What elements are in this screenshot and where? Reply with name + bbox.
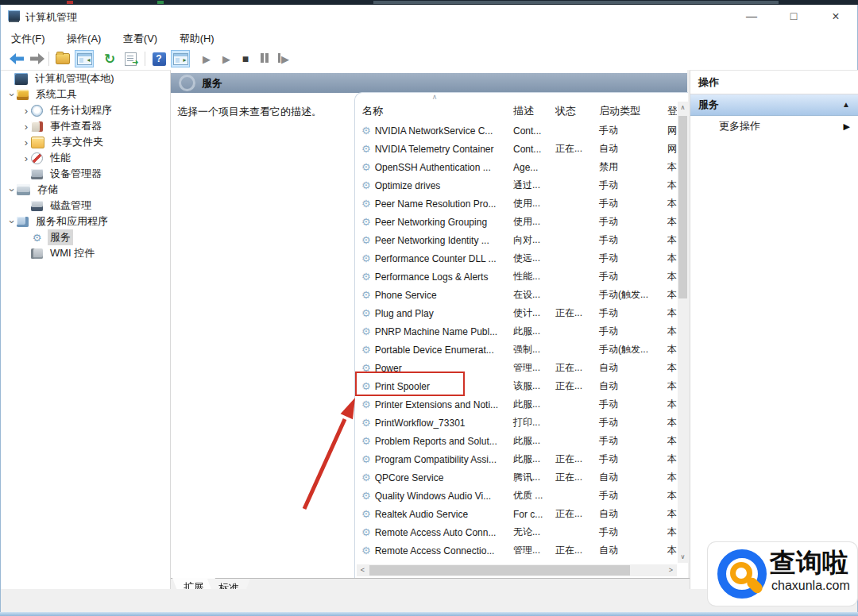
service-startup-type: 手动: [597, 233, 666, 247]
service-row[interactable]: ⚙NVIDIA Telemetry Container Cont... 正在..…: [355, 140, 677, 158]
services-panel: 服务 选择一个项目来查看它的描述。 ∧ 名称 描述 状态 启动类型 登录为 ⚙N…: [171, 70, 687, 578]
service-row[interactable]: ⚙Performance Counter DLL ... 使远... 手动 本: [355, 249, 677, 268]
resume-service-button[interactable]: ▶: [217, 50, 236, 67]
service-row[interactable]: ⚙Printer Extensions and Noti... 此服... 手动…: [355, 395, 677, 414]
sidebar-item-events[interactable]: › 事件查看器: [1, 118, 170, 134]
column-header-name[interactable]: 名称: [355, 104, 512, 118]
close-button[interactable]: ×: [817, 5, 854, 28]
service-row[interactable]: ⚙Phone Service 在设... 手动(触发... 本: [355, 286, 677, 304]
collapse-icon[interactable]: ▲: [842, 94, 850, 115]
service-row[interactable]: ⚙PrintWorkflow_73301 打印... 手动 本: [355, 414, 677, 432]
service-row[interactable]: ⚙Portable Device Enumerat... 强制... 手动(触发…: [355, 341, 677, 359]
refresh-button[interactable]: ↻: [100, 50, 119, 67]
menu-help[interactable]: 帮助(H): [172, 29, 222, 46]
column-header-status[interactable]: 状态: [554, 104, 597, 118]
sidebar-item-storage[interactable]: › 存储: [1, 182, 170, 198]
service-row[interactable]: ⚙Quality Windows Audio Vi... 优质 ... 手动 本: [355, 487, 677, 505]
service-row[interactable]: ⚙Program Compatibility Assi... 此服... 正在.…: [355, 450, 677, 468]
service-row[interactable]: ⚙Optimize drives 通过... 手动 本: [355, 176, 677, 194]
watermark-domain: chaxunla.com: [771, 579, 850, 593]
chevron-icon[interactable]: ›: [21, 105, 31, 117]
service-description: 腾讯...: [512, 471, 554, 484]
menu-view[interactable]: 查看(V): [115, 29, 165, 46]
service-row[interactable]: ⚙Plug and Play 使计... 正在... 手动 本: [355, 304, 677, 322]
service-row[interactable]: ⚙Peer Networking Grouping 使用... 手动 本: [355, 213, 677, 231]
folders-icon: [31, 137, 44, 148]
sidebar-item-disk[interactable]: 磁盘管理: [1, 198, 170, 214]
service-row[interactable]: ⚙QPCore Service 腾讯... 正在... 自动 本: [355, 468, 677, 487]
vertical-scrollbar-thumb[interactable]: [678, 116, 687, 298]
horizontal-scrollbar-thumb[interactable]: [369, 565, 630, 576]
service-row[interactable]: ⚙Performance Logs & Alerts 性能... 手动 本: [355, 268, 677, 286]
devices-icon: [31, 169, 43, 179]
chevron-icon[interactable]: ›: [21, 121, 31, 133]
service-row[interactable]: ⚙Remote Access Connectio... 管理... 正在... …: [355, 541, 677, 560]
column-header-log-on-as[interactable]: 登录为: [666, 104, 677, 118]
export-list-button[interactable]: ➜: [121, 50, 140, 67]
stop-service-button[interactable]: ■: [236, 50, 255, 67]
service-log-on-as: 网: [666, 142, 677, 156]
service-gear-icon: ⚙: [361, 198, 371, 210]
sidebar-item-computer[interactable]: 计算机管理(本地): [1, 71, 170, 87]
column-header-description[interactable]: 描述: [512, 104, 554, 118]
more-actions-item[interactable]: 更多操作 ▶: [690, 116, 858, 137]
services-gear-icon: [179, 75, 195, 91]
service-row[interactable]: ⚙Remote Access Auto Conn... 无论... 手动 本: [355, 523, 677, 541]
service-log-on-as: 本: [666, 306, 677, 320]
sidebar-item-apps[interactable]: › 服务和应用程序: [1, 214, 170, 229]
scroll-left-icon[interactable]: <: [357, 564, 369, 576]
service-row[interactable]: ⚙OpenSSH Authentication ... Age... 禁用 本: [355, 158, 677, 176]
sidebar-item-gear[interactable]: ⚙ 服务: [1, 229, 170, 245]
service-status: 正在...: [554, 306, 597, 320]
sidebar-item-wmi[interactable]: WMI 控件: [1, 245, 170, 261]
maximize-button[interactable]: □: [775, 5, 812, 28]
action-pane-toggle-button[interactable]: ▸: [171, 50, 190, 67]
menu-file[interactable]: 文件(F): [3, 29, 53, 46]
console-tree-toggle-button[interactable]: ◂: [75, 50, 94, 67]
service-row[interactable]: ⚙Peer Networking Identity ... 向对... 手动 本: [355, 231, 677, 249]
service-row[interactable]: ⚙NVIDIA NetworkService C... Cont... 手动 网: [355, 121, 677, 140]
start-service-button[interactable]: ▶: [197, 50, 216, 67]
help-button[interactable]: ?: [149, 50, 168, 67]
description-prompt: 选择一个项目来查看它的描述。: [177, 105, 322, 119]
pause-service-button[interactable]: [255, 50, 274, 67]
column-header-startup-type[interactable]: 启动类型: [597, 104, 666, 118]
chevron-icon[interactable]: ›: [6, 217, 18, 226]
service-name: NVIDIA Telemetry Container: [375, 144, 494, 155]
scroll-up-icon[interactable]: ∧: [678, 102, 688, 114]
sidebar-item-scheduler[interactable]: › 任务计划程序: [1, 102, 170, 118]
service-gear-icon: ⚙: [361, 435, 371, 447]
service-description: 打印...: [512, 416, 554, 429]
menu-bar: 文件(F) 操作(A) 查看(V) 帮助(H): [1, 29, 857, 48]
chevron-icon[interactable]: ›: [6, 185, 18, 194]
folder-button[interactable]: [53, 50, 72, 67]
sidebar-item-folders[interactable]: › 共享文件夹: [1, 134, 170, 150]
service-log-on-as: 本: [666, 379, 677, 393]
service-row[interactable]: ⚙Peer Name Resolution Pro... 使用... 手动 本: [355, 194, 677, 213]
menu-action[interactable]: 操作(A): [59, 29, 109, 46]
service-gear-icon: ⚙: [361, 526, 371, 538]
forward-button[interactable]: [28, 50, 47, 67]
minimize-button[interactable]: —: [733, 5, 770, 28]
sidebar-item-performance[interactable]: › 性能: [1, 150, 170, 166]
chevron-icon[interactable]: ›: [21, 152, 31, 164]
service-row[interactable]: ⚙PNRP Machine Name Publ... 此服... 手动 本: [355, 322, 677, 341]
actions-section-services[interactable]: 服务 ▲: [690, 94, 858, 116]
service-startup-type: 自动: [597, 142, 666, 156]
back-button[interactable]: [7, 50, 26, 67]
sidebar-item-tools[interactable]: › 系统工具: [1, 87, 170, 102]
restart-service-button[interactable]: ▶: [274, 50, 293, 67]
service-log-on-as: 本: [666, 489, 677, 502]
list-column-headers: 名称 描述 状态 启动类型 登录为: [355, 101, 677, 121]
horizontal-scrollbar[interactable]: < >: [357, 564, 677, 576]
service-row[interactable]: ⚙Problem Reports and Solut... 此服... 手动 本: [355, 432, 677, 450]
service-row[interactable]: ⚙Realtek Audio Service For c... 正在... 自动…: [355, 505, 677, 523]
vertical-scrollbar[interactable]: ∧ ∨: [678, 102, 688, 563]
scroll-down-icon[interactable]: ∨: [678, 551, 688, 563]
sidebar-item-devices[interactable]: 设备管理器: [1, 166, 170, 182]
chevron-icon[interactable]: ›: [6, 90, 18, 99]
watermark: 查询啦 chaxunla.com: [708, 542, 857, 606]
chevron-icon[interactable]: ›: [21, 137, 31, 148]
scroll-right-icon[interactable]: >: [665, 564, 677, 576]
service-log-on-as: 本: [666, 270, 677, 283]
